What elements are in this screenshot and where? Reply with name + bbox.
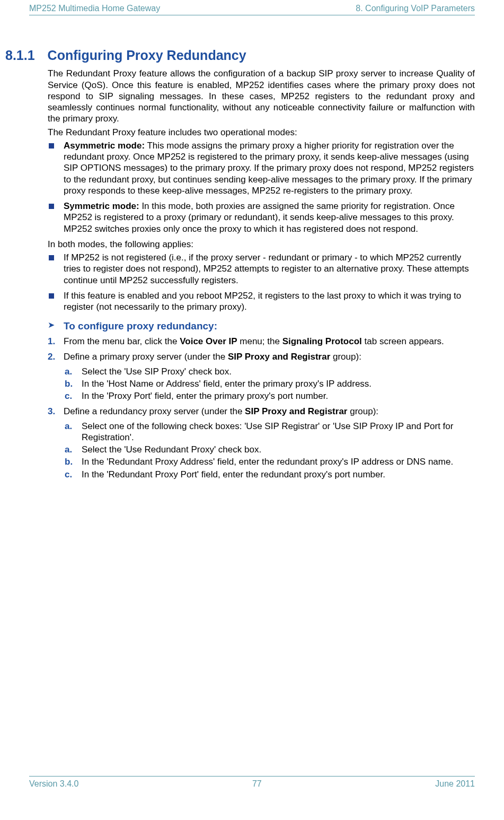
footer-version: Version 3.4.0 (29, 779, 78, 789)
footer-divider (29, 776, 475, 777)
header-divider (29, 15, 475, 15)
mode-label: Asymmetric mode: (64, 141, 145, 151)
list-text: If this feature is enabled and you reboo… (64, 291, 461, 312)
substep-list: a.Select the 'Use SIP Proxy' check box. … (64, 366, 475, 402)
substep-text: In the 'Proxy Port' field, enter the pri… (82, 391, 328, 401)
header-right: 8. Configuring VoIP Parameters (356, 3, 475, 14)
page-header: MP252 Multimedia Home Gateway 8. Configu… (29, 0, 475, 15)
page-footer: Version 3.4.0 77 June 2011 (0, 776, 504, 796)
substep-letter: c. (65, 390, 72, 402)
step-item: 3. Define a redundancy proxy server (und… (48, 406, 475, 480)
list-item: Symmetric mode: In this mode, both proxi… (48, 200, 475, 234)
step-text: From the menu bar, click the Voice Over … (64, 336, 444, 346)
step-text: Define a primary proxy server (under the… (64, 352, 361, 362)
substep-letter: b. (65, 456, 73, 467)
substep-list: a.Select one of the following check boxe… (64, 421, 475, 480)
substep-text: In the 'Redundant Proxy Address' field, … (82, 457, 453, 467)
substep-letter: a. (65, 444, 72, 455)
step-number: 1. (48, 336, 55, 347)
substep-letter: c. (65, 469, 72, 480)
procedure-title: To configure proxy redundancy: (64, 320, 217, 332)
procedure-steps: 1. From the menu bar, click the Voice Ov… (48, 336, 475, 480)
substep-item: a.Select the 'Use Redundant Proxy' check… (64, 444, 475, 455)
substep-text: Select the 'Use SIP Proxy' check box. (82, 367, 232, 377)
substep-text: Select one of the following check boxes:… (82, 421, 453, 442)
procedure-heading: To configure proxy redundancy: (48, 320, 475, 333)
substep-item: a.Select the 'Use SIP Proxy' check box. (64, 366, 475, 377)
substep-item: b.In the 'Host Name or Address' field, e… (64, 378, 475, 389)
header-left: MP252 Multimedia Home Gateway (29, 3, 160, 14)
section-number: 8.1.1 (5, 47, 35, 64)
both-modes-intro: In both modes, the following applies: (48, 239, 475, 250)
substep-text: In the 'Host Name or Address' field, ent… (82, 379, 372, 389)
intro-paragraph-2: The Redundant Proxy feature includes two… (48, 127, 475, 138)
step-number: 3. (48, 406, 55, 417)
step-number: 2. (48, 351, 55, 362)
substep-text: In the 'Redundant Proxy Port' field, ent… (82, 469, 385, 479)
substep-letter: a. (65, 366, 72, 377)
list-text: If MP252 is not registered (i.e., if the… (64, 252, 469, 285)
section-title: Configuring Proxy Redundancy (48, 48, 246, 63)
substep-item: c.In the 'Redundant Proxy Port' field, e… (64, 469, 475, 480)
footer-date: June 2011 (435, 779, 475, 789)
substep-letter: a. (65, 421, 72, 432)
substep-text: Select the 'Use Redundant Proxy' check b… (82, 444, 261, 455)
list-item: Asymmetric mode: This mode assigns the p… (48, 140, 475, 196)
modes-list: Asymmetric mode: This mode assigns the p… (48, 140, 475, 234)
both-modes-list: If MP252 is not registered (i.e., if the… (48, 252, 475, 312)
substep-letter: b. (65, 378, 73, 389)
footer-page-number: 77 (252, 779, 262, 789)
substep-item: c.In the 'Proxy Port' field, enter the p… (64, 390, 475, 402)
section-heading: 8.1.1Configuring Proxy Redundancy (5, 47, 475, 64)
substep-item: b.In the 'Redundant Proxy Address' field… (64, 456, 475, 467)
intro-paragraph-1: The Redundant Proxy feature allows the c… (48, 68, 475, 124)
list-item: If MP252 is not registered (i.e., if the… (48, 252, 475, 286)
step-item: 2. Define a primary proxy server (under … (48, 351, 475, 402)
substep-item: a.Select one of the following check boxe… (64, 421, 475, 443)
list-item: If this feature is enabled and you reboo… (48, 290, 475, 313)
mode-label: Symmetric mode: (64, 201, 139, 211)
step-text: Define a redundancy proxy server (under … (64, 406, 378, 416)
step-item: 1. From the menu bar, click the Voice Ov… (48, 336, 475, 347)
